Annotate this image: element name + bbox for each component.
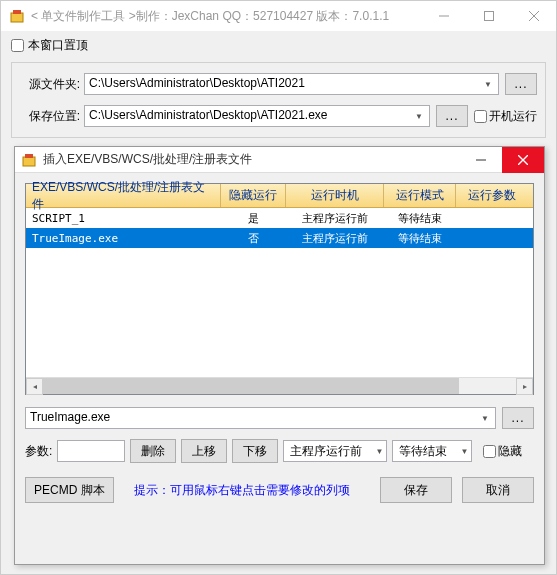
chevron-down-icon: ▼ <box>480 76 496 92</box>
scroll-track[interactable] <box>43 378 516 394</box>
svg-rect-6 <box>23 157 35 166</box>
table-row[interactable]: SCRIPT_1 是 主程序运行前 等待结束 <box>26 208 533 228</box>
param-row: 参数: 删除 上移 下移 主程序运行前 ▼ 等待结束 ▼ 隐藏 <box>25 439 534 463</box>
save-label: 保存位置: <box>20 108 80 125</box>
dialog-title-text: 插入EXE/VBS/WCS/批处理/注册表文件 <box>43 151 460 168</box>
th-hidden[interactable]: 隐藏运行 <box>221 184 286 207</box>
filename-combo[interactable]: TrueImage.exe ▼ <box>25 407 496 429</box>
cell-params <box>456 216 528 220</box>
file-table: EXE/VBS/WCS/批处理/注册表文件 隐藏运行 运行时机 运行模式 运行参… <box>25 183 534 395</box>
insert-file-dialog: 插入EXE/VBS/WCS/批处理/注册表文件 EXE/VBS/WCS/批处理/… <box>14 146 545 565</box>
pin-checkbox-input[interactable] <box>11 39 24 52</box>
cell-hidden: 是 <box>221 209 286 228</box>
run-on-boot-checkbox[interactable]: 开机运行 <box>474 108 537 125</box>
minimize-button[interactable] <box>421 1 466 31</box>
filename-row: TrueImage.exe ▼ ... <box>25 407 534 429</box>
delete-button[interactable]: 删除 <box>130 439 176 463</box>
mode-select[interactable]: 等待结束 ▼ <box>392 440 472 462</box>
run-on-boot-label: 开机运行 <box>489 108 537 125</box>
table-row[interactable]: TrueImage.exe 否 主程序运行前 等待结束 <box>26 228 533 248</box>
th-params[interactable]: 运行参数 <box>456 184 528 207</box>
timing-select-value: 主程序运行前 <box>290 444 362 458</box>
paths-group: 源文件夹: C:\Users\Administrator\Desktop\ATI… <box>11 62 546 138</box>
pin-checkbox-label: 本窗口置顶 <box>28 37 88 54</box>
scroll-right-arrow[interactable]: ▸ <box>516 378 533 395</box>
cell-hidden: 否 <box>221 229 286 248</box>
hint-text: 提示：可用鼠标右键点击需要修改的列项 <box>124 482 370 499</box>
scroll-thumb[interactable] <box>43 378 459 394</box>
dialog-controls <box>460 147 544 173</box>
save-button[interactable]: 保存 <box>380 477 452 503</box>
table-header: EXE/VBS/WCS/批处理/注册表文件 隐藏运行 运行时机 运行模式 运行参… <box>26 184 533 208</box>
param-input[interactable] <box>57 440 125 462</box>
move-down-button[interactable]: 下移 <box>232 439 278 463</box>
filename-browse-button[interactable]: ... <box>502 407 534 429</box>
app-icon <box>9 8 25 24</box>
table-body[interactable]: SCRIPT_1 是 主程序运行前 等待结束 TrueImage.exe 否 主… <box>26 208 533 377</box>
th-file[interactable]: EXE/VBS/WCS/批处理/注册表文件 <box>26 184 221 207</box>
window-controls <box>421 1 556 31</box>
main-title-text: < 单文件制作工具 >制作：JexChan QQ：527104427 版本：7.… <box>31 8 421 25</box>
th-mode[interactable]: 运行模式 <box>384 184 456 207</box>
save-row: 保存位置: C:\Users\Administrator\Desktop\ATI… <box>20 105 537 127</box>
dialog-icon <box>21 152 37 168</box>
cell-file: SCRIPT_1 <box>26 210 221 227</box>
hidden-checkbox[interactable]: 隐藏 <box>483 443 522 460</box>
cell-mode: 等待结束 <box>384 209 456 228</box>
filename-value: TrueImage.exe <box>30 410 110 424</box>
run-on-boot-input[interactable] <box>474 110 487 123</box>
th-timing[interactable]: 运行时机 <box>286 184 384 207</box>
pecmd-script-button[interactable]: PECMD 脚本 <box>25 477 114 503</box>
cell-timing: 主程序运行前 <box>286 209 384 228</box>
cancel-button[interactable]: 取消 <box>462 477 534 503</box>
chevron-down-icon: ▼ <box>375 447 383 456</box>
dialog-title-bar: 插入EXE/VBS/WCS/批处理/注册表文件 <box>15 147 544 173</box>
hidden-checkbox-label: 隐藏 <box>498 443 522 460</box>
save-browse-button[interactable]: ... <box>436 105 468 127</box>
source-browse-button[interactable]: ... <box>505 73 537 95</box>
svg-rect-1 <box>13 10 21 14</box>
cell-file: TrueImage.exe <box>26 230 221 247</box>
param-label: 参数: <box>25 443 52 460</box>
source-label: 源文件夹: <box>20 76 80 93</box>
cell-timing: 主程序运行前 <box>286 229 384 248</box>
svg-rect-3 <box>484 12 493 21</box>
cell-mode: 等待结束 <box>384 229 456 248</box>
pin-window-checkbox[interactable]: 本窗口置顶 <box>11 37 546 54</box>
dialog-body: EXE/VBS/WCS/批处理/注册表文件 隐藏运行 运行时机 运行模式 运行参… <box>15 173 544 513</box>
dialog-close-button[interactable] <box>502 147 544 173</box>
maximize-button[interactable] <box>466 1 511 31</box>
scroll-left-arrow[interactable]: ◂ <box>26 378 43 395</box>
chevron-down-icon: ▼ <box>460 447 468 456</box>
chevron-down-icon: ▼ <box>477 410 493 426</box>
main-window: < 单文件制作工具 >制作：JexChan QQ：527104427 版本：7.… <box>0 0 557 575</box>
bottom-row: PECMD 脚本 提示：可用鼠标右键点击需要修改的列项 保存 取消 <box>25 477 534 503</box>
hidden-checkbox-input[interactable] <box>483 445 496 458</box>
source-path-combo[interactable]: C:\Users\Administrator\Desktop\ATI2021 ▼ <box>84 73 499 95</box>
mode-select-value: 等待结束 <box>399 444 447 458</box>
main-title-bar: < 单文件制作工具 >制作：JexChan QQ：527104427 版本：7.… <box>1 1 556 31</box>
cell-params <box>456 236 528 240</box>
chevron-down-icon: ▼ <box>411 108 427 124</box>
save-path-combo[interactable]: C:\Users\Administrator\Desktop\ATI2021.e… <box>84 105 430 127</box>
main-content: 本窗口置顶 源文件夹: C:\Users\Administrator\Deskt… <box>1 31 556 144</box>
timing-select[interactable]: 主程序运行前 ▼ <box>283 440 387 462</box>
svg-rect-7 <box>25 154 33 158</box>
dialog-minimize-button[interactable] <box>460 147 502 173</box>
move-up-button[interactable]: 上移 <box>181 439 227 463</box>
close-button[interactable] <box>511 1 556 31</box>
horizontal-scrollbar[interactable]: ◂ ▸ <box>26 377 533 394</box>
svg-rect-0 <box>11 13 23 22</box>
source-path-value: C:\Users\Administrator\Desktop\ATI2021 <box>89 76 305 90</box>
source-row: 源文件夹: C:\Users\Administrator\Desktop\ATI… <box>20 73 537 95</box>
save-path-value: C:\Users\Administrator\Desktop\ATI2021.e… <box>89 108 328 122</box>
